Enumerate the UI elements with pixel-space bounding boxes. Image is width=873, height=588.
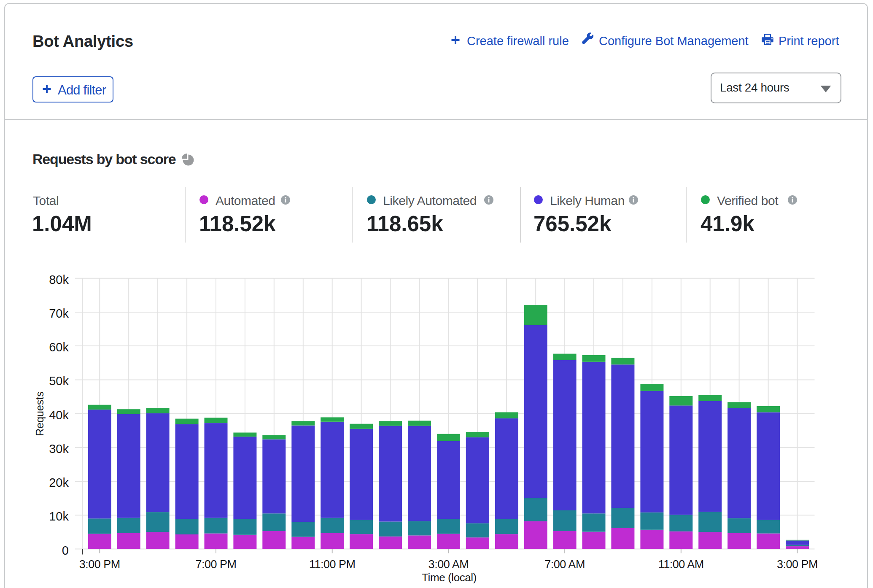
svg-text:3:00 AM: 3:00 AM [428,558,469,571]
svg-text:80k: 80k [49,273,69,286]
svg-text:0: 0 [62,544,69,557]
svg-text:7:00 AM: 7:00 AM [544,558,585,571]
svg-text:11:00 AM: 11:00 AM [658,558,704,571]
svg-text:40k: 40k [49,408,69,422]
svg-text:Requests: Requests [34,391,46,436]
svg-text:50k: 50k [49,374,69,388]
svg-text:3:00 PM: 3:00 PM [777,558,818,571]
svg-text:11:00 PM: 11:00 PM [309,558,356,571]
svg-text:60k: 60k [49,340,69,354]
svg-text:Time (local): Time (local) [422,571,477,584]
svg-text:7:00 PM: 7:00 PM [195,558,236,571]
svg-text:20k: 20k [49,476,69,489]
svg-text:3:00 PM: 3:00 PM [79,558,120,571]
svg-text:30k: 30k [49,442,69,456]
svg-text:70k: 70k [49,307,69,320]
svg-text:10k: 10k [49,510,69,523]
